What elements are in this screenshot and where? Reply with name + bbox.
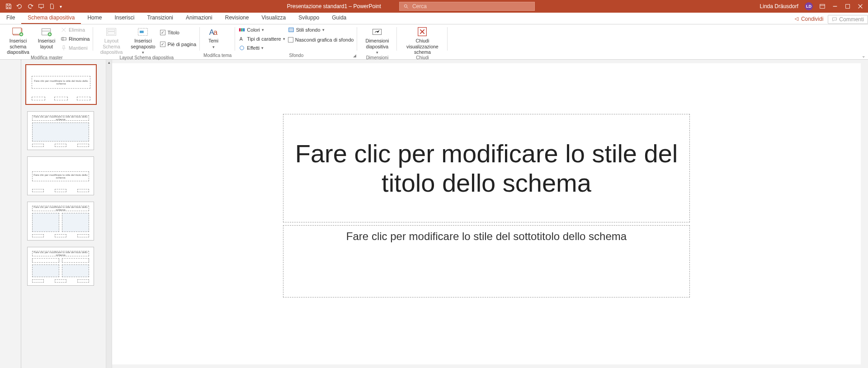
group-size: Dimensioni diapositiva Dimensioni	[357, 24, 397, 59]
layout-thumbnail[interactable]: Fare clic per modificare lo stile del ti…	[27, 247, 94, 286]
tab-home[interactable]: Home	[81, 12, 108, 24]
thumbnail-panel[interactable]: Fare clic per modificare lo stile del ti…	[0, 60, 112, 368]
svg-point-21	[240, 46, 244, 50]
tab-view[interactable]: Visualizza	[255, 12, 292, 24]
footer-checkbox[interactable]: ✓Piè di pagina	[160, 40, 196, 49]
svg-rect-3	[846, 5, 850, 9]
slide-size-icon	[371, 26, 383, 37]
svg-text:a: a	[213, 28, 218, 36]
title-bar: ▾ Presentazione standard1 – PowerPoint L…	[0, 0, 868, 13]
workspace: Fare clic per modificare lo stile del ti…	[0, 60, 868, 368]
insert-master-icon	[12, 26, 24, 37]
insert-slide-master-button[interactable]: Inserisci schema diapositiva	[4, 25, 33, 55]
scroll-up-icon[interactable]: ▴	[106, 60, 112, 65]
new-doc-icon[interactable]	[49, 3, 55, 9]
preserve-button: Mantieni	[61, 43, 90, 52]
thumbnail-scrollbar[interactable]: ▴	[106, 60, 112, 368]
ribbon-display-icon[interactable]	[819, 3, 826, 9]
tab-slide-master[interactable]: Schema diapositiva	[21, 12, 81, 24]
ribbon: Inserisci schema diapositiva Inserisci l…	[0, 24, 868, 60]
redo-icon[interactable]	[27, 3, 33, 9]
master-thumbnail[interactable]: Fare clic per modificare lo stile del ti…	[25, 64, 97, 105]
themes-icon: Aa	[207, 26, 220, 37]
close-icon[interactable]	[857, 3, 863, 9]
comment-icon	[832, 17, 837, 22]
placeholder-icon	[137, 26, 149, 37]
svg-rect-9	[61, 38, 66, 40]
fonts-button[interactable]: A Tipi di carattere	[239, 34, 285, 43]
search-icon	[403, 4, 409, 9]
present-icon[interactable]	[38, 3, 44, 9]
svg-rect-22	[288, 28, 293, 32]
tab-transitions[interactable]: Transizioni	[141, 12, 179, 24]
share-button[interactable]: Condividi	[789, 14, 828, 24]
save-icon[interactable]	[5, 3, 12, 9]
minimize-icon[interactable]	[832, 3, 838, 9]
delete-icon	[61, 27, 67, 33]
effects-icon	[239, 45, 245, 51]
group-master-layout: Layout Schema diapositiva Inserisci segn…	[93, 24, 200, 59]
search-input[interactable]	[412, 3, 531, 9]
title-checkbox[interactable]: ✓Titolo	[160, 28, 196, 37]
master-layout-button: Layout Schema diapositiva	[97, 25, 126, 55]
user-name[interactable]: Linda Dräusdorf	[760, 3, 798, 9]
tab-developer[interactable]: Sviluppo	[292, 12, 326, 24]
svg-rect-2	[820, 5, 825, 9]
fonts-icon: A	[239, 36, 245, 42]
subtitle-placeholder[interactable]: Fare clic per modificare lo stile del so…	[283, 225, 690, 297]
slide-size-button[interactable]: Dimensioni diapositiva	[361, 25, 393, 55]
title-placeholder[interactable]: Fare clic per modificare lo stile del ti…	[283, 114, 690, 222]
svg-rect-14	[140, 30, 144, 33]
layout-thumbnail[interactable]: Fare clic per modificare lo stile del ti…	[27, 156, 94, 195]
hide-bg-checkbox[interactable]: Nascondi grafica di sfondo	[288, 35, 354, 44]
search-box[interactable]	[399, 2, 535, 11]
tab-file[interactable]: File	[0, 12, 21, 24]
insert-layout-icon	[40, 26, 53, 37]
svg-text:A: A	[240, 36, 243, 42]
tab-insert[interactable]: Inserisci	[108, 12, 141, 24]
delete-button: Elimina	[61, 25, 90, 34]
svg-rect-17	[239, 28, 241, 32]
svg-rect-18	[241, 28, 243, 32]
maximize-icon[interactable]	[844, 3, 851, 9]
pin-icon	[61, 45, 67, 51]
slide-canvas[interactable]: Fare clic per modificare lo stile del ti…	[215, 63, 758, 353]
bg-styles-button[interactable]: Stili sfondo	[288, 25, 354, 34]
collapse-ribbon-icon[interactable]: ⌄	[862, 53, 865, 58]
insert-placeholder-button[interactable]: Inserisci segnaposto	[128, 25, 157, 55]
user-avatar[interactable]: LD	[805, 2, 813, 10]
svg-rect-11	[108, 29, 115, 31]
group-label: Chiudi	[401, 55, 444, 61]
slide-editor[interactable]: Fare clic per modificare lo stile del ti…	[112, 63, 861, 364]
layout-thumbnail[interactable]: Fare clic per modificare lo stile del ti…	[27, 111, 94, 150]
colors-button[interactable]: Colori	[239, 25, 285, 34]
group-label: Sfondo	[239, 53, 354, 59]
layout-thumbnail[interactable]: Fare clic per modificare lo stile del ti…	[27, 202, 94, 241]
bg-styles-icon	[288, 27, 294, 33]
bg-dialog-launcher[interactable]: ◢	[353, 53, 356, 58]
insert-layout-button[interactable]: Inserisci layout	[35, 25, 58, 49]
tab-help[interactable]: Guida	[326, 12, 353, 24]
undo-icon[interactable]	[16, 3, 23, 9]
tab-strip: File Schema diapositiva Home Inserisci T…	[0, 13, 868, 24]
group-label: Dimensioni	[361, 55, 393, 61]
group-background: Colori A Tipi di carattere Effetti Stili…	[235, 24, 357, 59]
svg-rect-12	[108, 32, 115, 34]
tab-review[interactable]: Revisione	[219, 12, 255, 24]
themes-button[interactable]: Aa Temi	[203, 25, 223, 49]
effects-button[interactable]: Effetti	[239, 43, 285, 52]
rename-button[interactable]: Rinomina	[61, 34, 90, 43]
close-master-icon	[416, 26, 429, 37]
qat: ▾	[0, 3, 62, 9]
doc-title: Presentazione standard1 – PowerPoint	[287, 3, 381, 9]
rename-icon	[61, 36, 67, 42]
tab-animations[interactable]: Animazioni	[179, 12, 219, 24]
colors-icon	[239, 27, 245, 33]
group-edit-theme: Aa Temi Modifica tema	[200, 24, 235, 59]
close-master-button[interactable]: Chiudi visualizzazione schema	[401, 25, 444, 55]
group-close: Chiudi visualizzazione schema Chiudi	[397, 24, 448, 59]
svg-rect-19	[243, 28, 245, 32]
comments-button[interactable]: Commenti	[828, 15, 868, 24]
share-icon	[794, 16, 799, 22]
svg-point-1	[404, 5, 407, 7]
